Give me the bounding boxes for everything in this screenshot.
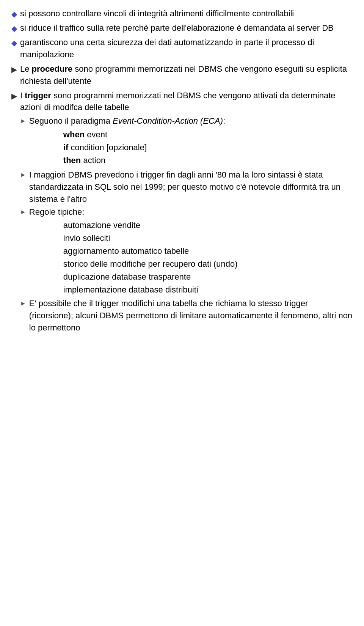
list-item-procedure: ▶ Le procedure sono programmi memorizzat…: [11, 63, 353, 87]
main-content: ◆ si possono controllare vincoli di inte…: [11, 8, 353, 334]
item-text: si riduce il traffico sulla rete perchè …: [20, 22, 353, 34]
eca-label: Event-Condition-Action (ECA): [113, 116, 223, 126]
list-item: ◆ si possono controllare vincoli di inte…: [11, 8, 353, 20]
list-item: ◆ si riduce il traffico sulla rete perch…: [11, 22, 353, 34]
main-list: ◆ si possono controllare vincoli di inte…: [11, 8, 353, 334]
diamond-blue-icon: ◆: [11, 9, 17, 20]
regole-item: ► Regole tipiche: automazione vendite in…: [20, 206, 353, 297]
if-keyword: if: [63, 143, 68, 152]
arrow-filled-icon: ▶: [11, 64, 17, 75]
if-line: if condition [opzionale]: [63, 142, 353, 154]
list-item: automazione vendite: [29, 219, 353, 231]
arrow-filled-icon: ▶: [11, 91, 17, 102]
item-text: garantiscono una certa sicurezza dei dat…: [20, 36, 353, 61]
then-line: then action: [63, 154, 353, 167]
trigger-bold: trigger: [25, 91, 51, 100]
eca-item: ► Seguono il paradigma Event-Condition-A…: [20, 115, 353, 168]
list-item: invio solleciti: [29, 232, 353, 244]
last-trigger-item: ► E' possibile che il trigger modifichi …: [20, 297, 353, 334]
last-text: E' possibile che il trigger modifichi un…: [29, 297, 353, 334]
list-item: aggiornamento automatico tabelle: [29, 245, 353, 257]
diamond-blue-icon: ◆: [11, 23, 17, 34]
trigger-sub-list: ► Seguono il paradigma Event-Condition-A…: [20, 115, 353, 333]
procedure-text: Le procedure sono programmi memorizzati …: [20, 63, 353, 87]
trigger-text: I trigger sono programmi memorizzati nel…: [20, 90, 353, 335]
item-text: si possono controllare vincoli di integr…: [20, 8, 353, 20]
when-line: when event: [63, 129, 353, 141]
arrow-small-icon: ►: [20, 116, 26, 125]
arrow-small-icon: ►: [20, 208, 26, 216]
eca-text: Seguono il paradigma Event-Condition-Act…: [29, 115, 353, 168]
arrow-small-icon: ►: [20, 299, 26, 308]
dbms-text: I maggiori DBMS prevedono i trigger fin …: [29, 169, 353, 205]
list-item: storico delle modifiche per recupero dat…: [29, 258, 353, 270]
diamond-blue-icon: ◆: [11, 38, 17, 49]
procedure-bold: procedure: [32, 64, 73, 74]
eca-block: when event if condition [opzionale] then…: [29, 129, 353, 167]
list-item: implementazione database distribuiti: [29, 284, 353, 296]
list-item: ◆ garantiscono una certa sicurezza dei d…: [11, 36, 353, 61]
regole-sub-list: automazione vendite invio solleciti aggi…: [29, 219, 353, 296]
then-keyword: then: [63, 156, 81, 165]
list-item: duplicazione database trasparente: [29, 271, 353, 283]
list-item-trigger: ▶ I trigger sono programmi memorizzati n…: [11, 90, 353, 335]
regole-text: Regole tipiche: automazione vendite invi…: [29, 206, 353, 297]
when-keyword: when: [63, 130, 85, 139]
dbms-item: ► I maggiori DBMS prevedono i trigger fi…: [20, 169, 353, 205]
arrow-small-icon: ►: [20, 170, 26, 179]
